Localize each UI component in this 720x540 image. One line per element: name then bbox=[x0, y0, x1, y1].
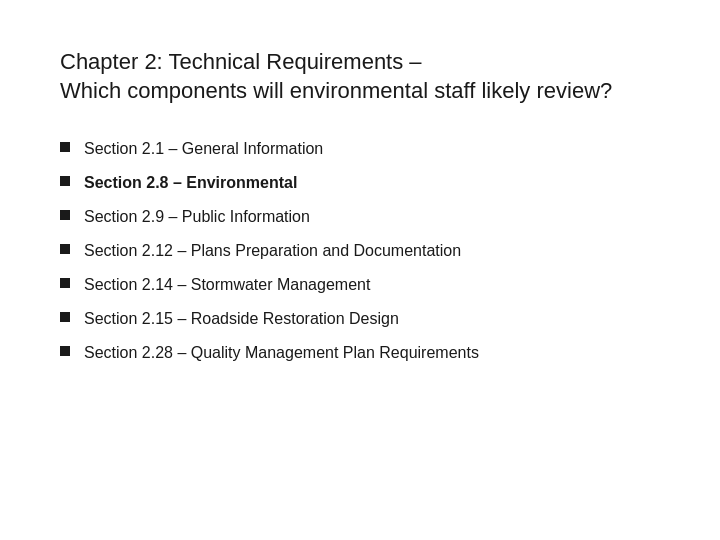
bullet-icon-4 bbox=[60, 278, 70, 288]
bullet-text-section-2-9: Section 2.9 – Public Information bbox=[84, 205, 660, 229]
bullet-icon-3 bbox=[60, 244, 70, 254]
bullet-text-section-2-1: Section 2.1 – General Information bbox=[84, 137, 660, 161]
list-item-section-2-28: Section 2.28 – Quality Management Plan R… bbox=[60, 341, 660, 365]
bullet-icon-6 bbox=[60, 346, 70, 356]
list-item-section-2-15: Section 2.15 – Roadside Restoration Desi… bbox=[60, 307, 660, 331]
list-item-section-2-12: Section 2.12 – Plans Preparation and Doc… bbox=[60, 239, 660, 263]
bullet-icon-2 bbox=[60, 210, 70, 220]
bullet-text-section-2-15: Section 2.15 – Roadside Restoration Desi… bbox=[84, 307, 660, 331]
list-item-section-2-9: Section 2.9 – Public Information bbox=[60, 205, 660, 229]
title-block: Chapter 2: Technical Requirements – Whic… bbox=[60, 48, 660, 105]
bullet-text-section-2-14: Section 2.14 – Stormwater Management bbox=[84, 273, 660, 297]
list-item-section-2-1: Section 2.1 – General Information bbox=[60, 137, 660, 161]
bullet-list: Section 2.1 – General InformationSection… bbox=[60, 137, 660, 365]
bullet-text-section-2-28: Section 2.28 – Quality Management Plan R… bbox=[84, 341, 660, 365]
slide: Chapter 2: Technical Requirements – Whic… bbox=[0, 0, 720, 540]
bullet-icon-5 bbox=[60, 312, 70, 322]
list-item-section-2-8: Section 2.8 – Environmental bbox=[60, 171, 660, 195]
bullet-icon-1 bbox=[60, 176, 70, 186]
bullet-text-section-2-8: Section 2.8 – Environmental bbox=[84, 171, 660, 195]
subtitle: Which components will environmental staf… bbox=[60, 77, 660, 106]
bullet-icon-0 bbox=[60, 142, 70, 152]
main-title: Chapter 2: Technical Requirements – bbox=[60, 48, 660, 77]
bullet-text-section-2-12: Section 2.12 – Plans Preparation and Doc… bbox=[84, 239, 660, 263]
list-item-section-2-14: Section 2.14 – Stormwater Management bbox=[60, 273, 660, 297]
